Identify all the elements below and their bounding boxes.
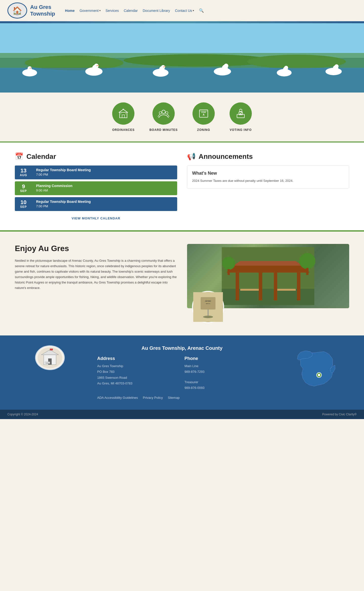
calendar-section: 📅 Calendar 13 AUG Regular Township Board… xyxy=(15,152,177,220)
announcement-card-heading: What's New xyxy=(192,171,344,176)
svg-rect-53 xyxy=(297,273,300,300)
footer-link-privacy[interactable]: Privacy Policy xyxy=(143,396,163,400)
svg-point-21 xyxy=(224,64,228,68)
svg-rect-52 xyxy=(274,273,277,300)
svg-rect-57 xyxy=(306,268,308,275)
event-time-2: 9:00 AM xyxy=(36,189,173,192)
footer-address-line3: 1865 Swenson Road xyxy=(97,375,179,380)
enjoy-circle-image: HISTORIC MARKER xyxy=(192,291,224,323)
svg-rect-71 xyxy=(50,349,53,350)
view-calendar-link[interactable]: VIEW MONTHLY CALENDAR xyxy=(15,216,177,220)
nav-document-library[interactable]: Document Library xyxy=(143,9,170,13)
zoning-icon: ZONE A xyxy=(197,107,210,120)
svg-point-65 xyxy=(203,316,213,318)
calendar-event-2[interactable]: 9 SEP Planning Commission 9:00 AM xyxy=(15,181,177,195)
announcements-heading: Announcements xyxy=(199,153,253,161)
board-minutes-icon-circle xyxy=(152,102,175,125)
nav-contact-us[interactable]: Contact Us xyxy=(175,9,192,13)
event-day-1: 13 xyxy=(19,168,28,173)
footer-address-col: Address Au Gres Township PO Box 783 1865… xyxy=(97,356,179,391)
enjoy-images: HISTORIC MARKER xyxy=(187,244,349,323)
chevron-down-icon: ▾ xyxy=(99,9,101,12)
nav-home[interactable]: Home xyxy=(65,9,75,13)
calendar-event-3[interactable]: 10 SEP Regular Township Board Meeting 7:… xyxy=(15,197,177,211)
main-nav: Home Government ▾ Services Calendar Docu… xyxy=(65,8,357,13)
footer-main-phone: 989-876-7293 xyxy=(185,369,267,375)
svg-rect-6 xyxy=(0,68,364,93)
footer-logo-area: Auburn xyxy=(7,345,92,370)
voting-info-icon-circle xyxy=(230,102,252,125)
svg-point-35 xyxy=(162,110,165,114)
svg-rect-54 xyxy=(240,289,259,290)
svg-point-56 xyxy=(299,253,316,269)
calendar-event-1[interactable]: 13 AUG Regular Township Board Meeting 7:… xyxy=(15,165,177,179)
quick-link-zoning[interactable]: ZONE A ZONING xyxy=(193,102,215,132)
svg-rect-44 xyxy=(239,109,242,111)
voting-info-label: VOTING INFO xyxy=(230,128,252,132)
footer-address-line2: PO Box 783 xyxy=(97,369,179,375)
enjoy-text: Nestled in the picturesque landscape of … xyxy=(15,258,177,291)
powered-by-text: Powered by Civic Clarity® xyxy=(322,413,357,416)
logo-oval: 🏠 xyxy=(7,2,27,19)
footer-treasurer-label: Treasurer xyxy=(185,379,267,385)
nav-government-dropdown[interactable]: Government ▾ xyxy=(80,9,101,13)
footer-link-ada[interactable]: ADA Accessibility Guidelines xyxy=(97,396,138,400)
event-details-2: Planning Commission 9:00 AM xyxy=(32,181,177,195)
announcements-icon: 📢 xyxy=(187,152,196,161)
footer-columns: Address Au Gres Township PO Box 783 1865… xyxy=(97,356,267,391)
search-icon[interactable]: 🔍 xyxy=(199,8,204,13)
event-month-3: SEP xyxy=(19,205,28,209)
quick-link-board-minutes[interactable]: BOARD MINUTES xyxy=(150,102,178,132)
svg-rect-51 xyxy=(259,273,262,300)
nav-calendar[interactable]: Calendar xyxy=(124,9,138,13)
footer-treasurer-phone: 989-876-0093 xyxy=(185,385,267,391)
quick-link-ordinances[interactable]: ORDINANCES xyxy=(112,102,135,132)
view-calendar-anchor[interactable]: VIEW MONTHLY CALENDAR xyxy=(72,216,120,220)
calendar-icon: 📅 xyxy=(15,152,23,161)
zoning-icon-circle: ZONE A xyxy=(193,102,215,125)
nav-services[interactable]: Services xyxy=(106,9,119,13)
svg-point-36 xyxy=(159,112,162,114)
announcement-card: What's New 2024 Summer Taxes are due wit… xyxy=(187,165,349,189)
event-month-1: AUG xyxy=(19,173,28,177)
footer-address-line1: Au Gres Township xyxy=(97,363,179,369)
event-date-3: 10 SEP xyxy=(15,197,32,211)
svg-text:Auburn: Auburn xyxy=(46,363,49,364)
event-time-3: 7:00 PM xyxy=(36,204,173,208)
event-name-2: Planning Commission xyxy=(36,184,173,188)
copyright-text: Copyright © 2024-2024 xyxy=(7,413,38,416)
zoning-label: ZONING xyxy=(197,128,210,132)
svg-text:A: A xyxy=(203,113,204,116)
event-day-3: 10 xyxy=(19,200,28,205)
main-content: 📅 Calendar 13 AUG Regular Township Board… xyxy=(0,142,364,230)
footer-address-line4: Au Gres, MI 48703-0783 xyxy=(97,380,179,386)
footer-link-sitemap[interactable]: Sitemap xyxy=(168,396,180,400)
site-header: 🏠 Au Gres Township Home Government ▾ Ser… xyxy=(0,0,364,21)
board-minutes-icon xyxy=(157,107,170,120)
svg-rect-5 xyxy=(0,53,364,68)
ordinances-label: ORDINANCES xyxy=(112,128,135,132)
quick-link-voting-info[interactable]: VOTING INFO xyxy=(230,102,252,132)
logo-area[interactable]: 🏠 Au Gres Township xyxy=(7,2,55,19)
event-day-2: 9 xyxy=(19,184,28,189)
calendar-heading: Calendar xyxy=(26,153,56,161)
svg-point-27 xyxy=(335,64,339,68)
header-wave xyxy=(0,21,364,23)
event-date-2: 9 SEP xyxy=(15,181,32,195)
nav-government[interactable]: Government xyxy=(80,9,99,13)
footer-township-name: Au Gres Township, Arenac County xyxy=(97,345,267,351)
svg-marker-48 xyxy=(226,266,310,273)
footer-info: Au Gres Township, Arenac County Address … xyxy=(97,345,267,400)
announcements-section: 📢 Announcements What's New 2024 Summer T… xyxy=(187,152,349,220)
event-details-1: Regular Township Board Meeting 7:00 PM xyxy=(32,165,177,179)
hero-banner xyxy=(0,23,364,93)
svg-point-37 xyxy=(166,112,168,114)
event-details-3: Regular Township Board Meeting 7:00 PM xyxy=(32,197,177,211)
nav-contact-dropdown[interactable]: Contact Us ▾ xyxy=(175,9,194,13)
footer-main-line-label: Main Line xyxy=(185,363,267,369)
enjoy-title: Enjoy Au Gres xyxy=(15,244,177,253)
site-footer: Auburn Au Gres Township, Arenac County A… xyxy=(0,335,364,410)
footer-logo-svg: Auburn xyxy=(38,347,62,368)
board-minutes-label: BOARD MINUTES xyxy=(150,128,178,132)
svg-text:ZONE: ZONE xyxy=(201,111,206,113)
